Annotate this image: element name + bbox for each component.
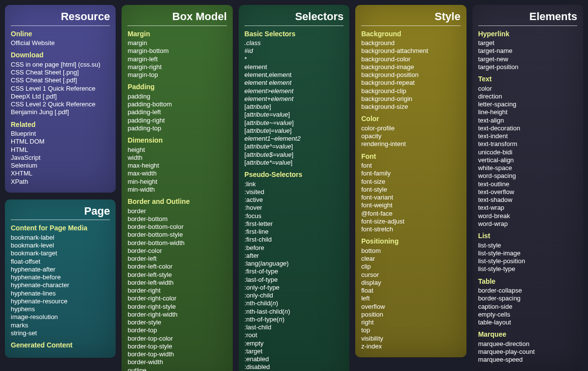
list-item[interactable]: background-repeat <box>361 79 460 87</box>
list-item[interactable]: text-wrap <box>478 204 577 212</box>
list-item[interactable]: border-top-width <box>127 350 226 358</box>
list-item[interactable]: [attribute=value] <box>245 111 343 119</box>
list-item[interactable]: background-color <box>361 55 460 63</box>
list-item[interactable]: empty-cells <box>478 311 577 319</box>
list-item[interactable]: Selenium <box>11 162 110 170</box>
list-item[interactable]: element+element <box>245 95 343 103</box>
list-item[interactable]: :last-of-type <box>245 276 343 284</box>
list-item[interactable]: hyphenate-before <box>11 273 110 281</box>
list-item[interactable]: border-bottom-style <box>127 231 226 239</box>
list-item[interactable]: :enabled <box>245 355 343 363</box>
list-item[interactable]: target-name <box>478 47 577 55</box>
list-item[interactable]: hyphenate-after <box>11 266 110 273</box>
list-item[interactable]: list-style-position <box>478 257 577 265</box>
list-item[interactable]: border-collapse <box>478 287 577 295</box>
list-item[interactable]: min-height <box>127 178 226 186</box>
list-item[interactable]: background-image <box>361 63 460 71</box>
list-item[interactable]: target-new <box>478 55 577 63</box>
list-item[interactable]: background-attachment <box>361 47 460 55</box>
list-item[interactable]: CSS Level 2 Quick Reference Benjamin Jun… <box>11 100 110 117</box>
list-item[interactable]: element <box>245 63 343 71</box>
list-item[interactable]: border-top-style <box>127 343 226 350</box>
list-item[interactable]: border-right-style <box>127 303 226 311</box>
list-item[interactable]: clip <box>361 263 460 271</box>
list-item[interactable]: border-style <box>127 319 226 326</box>
list-item[interactable]: vertical-align <box>478 156 577 164</box>
list-item[interactable]: border-left-color <box>127 263 226 271</box>
list-item[interactable]: border-left <box>127 255 226 263</box>
list-item[interactable]: background-size <box>361 103 460 111</box>
list-item[interactable]: element element <box>245 79 343 87</box>
list-item[interactable]: position <box>361 311 460 319</box>
list-item[interactable]: :first-of-type <box>245 268 343 275</box>
list-item[interactable]: font-style <box>361 186 460 194</box>
list-item[interactable]: background-clip <box>361 87 460 95</box>
list-item[interactable]: color-profile <box>361 124 460 132</box>
list-item[interactable]: clear <box>361 255 460 263</box>
list-item[interactable]: :empty <box>245 340 343 347</box>
list-item[interactable]: :active <box>245 196 343 204</box>
list-item[interactable]: float <box>361 287 460 295</box>
list-item[interactable]: * <box>245 55 343 63</box>
list-item[interactable]: marquee-speed <box>478 356 577 364</box>
list-item[interactable]: :disabled <box>245 363 343 371</box>
list-item[interactable]: padding-top <box>127 124 226 132</box>
list-item[interactable]: top <box>361 326 460 334</box>
list-item[interactable]: [attribute$=value] <box>245 151 343 159</box>
list-item[interactable]: :nth-last-child(n) <box>245 308 343 316</box>
list-item[interactable]: margin <box>127 39 226 47</box>
list-item[interactable]: CSS Level 1 Quick Reference DeepX Ltd [.… <box>11 85 110 101</box>
list-item[interactable]: Official Website <box>11 39 110 47</box>
list-item[interactable]: bookmark-target <box>11 249 110 257</box>
list-item[interactable]: marks <box>11 322 110 329</box>
list-item[interactable]: border-right-width <box>127 311 226 319</box>
list-item[interactable]: HTML <box>11 146 110 154</box>
list-item[interactable]: :first-child <box>245 236 343 244</box>
list-item[interactable]: border-top-color <box>127 335 226 343</box>
list-item[interactable]: left <box>361 295 460 302</box>
list-item[interactable]: font-weight <box>361 201 460 209</box>
list-item[interactable]: z-index <box>361 343 460 350</box>
list-item[interactable]: hyphenate-lines <box>11 290 110 297</box>
list-item[interactable]: .class <box>245 39 343 47</box>
list-item[interactable]: max-height <box>127 162 226 170</box>
list-item[interactable]: background <box>361 39 460 47</box>
list-item[interactable]: Blueprint <box>11 130 110 138</box>
list-item[interactable]: text-align <box>478 117 577 124</box>
list-item[interactable]: margin-left <box>127 55 226 63</box>
list-item[interactable]: CSS Cheat Sheet [.pdf] <box>11 76 110 84</box>
list-item[interactable]: marquee-play-count <box>478 348 577 356</box>
list-item[interactable]: unicode-bidi <box>478 148 577 156</box>
list-item[interactable]: target-position <box>478 63 577 71</box>
list-item[interactable]: opacity <box>361 132 460 140</box>
list-item[interactable]: element>element <box>245 87 343 95</box>
list-item[interactable]: [attribute] <box>245 103 343 111</box>
list-item[interactable]: bookmark-label <box>11 234 110 242</box>
list-item[interactable]: list-style <box>478 242 577 249</box>
list-item[interactable]: border-bottom-color <box>127 223 226 231</box>
list-item[interactable]: background-position <box>361 71 460 79</box>
list-item[interactable]: min-width <box>127 186 226 194</box>
list-item[interactable]: font-variant <box>361 194 460 201</box>
list-item[interactable]: line-height <box>478 108 577 116</box>
list-item[interactable]: cursor <box>361 271 460 279</box>
list-item[interactable]: text-transform <box>478 140 577 148</box>
list-item[interactable]: word-spacing <box>478 172 577 180</box>
list-item[interactable]: :root <box>245 331 343 339</box>
list-item[interactable]: :lang(language) <box>245 260 343 268</box>
list-item[interactable]: [attribute*=value] <box>245 159 343 167</box>
list-item[interactable]: display <box>361 279 460 287</box>
list-item[interactable]: :target <box>245 347 343 355</box>
list-item[interactable]: margin-top <box>127 71 226 79</box>
list-item[interactable]: element,element <box>245 71 343 79</box>
list-item[interactable]: border-color <box>127 247 226 255</box>
list-item[interactable]: padding-bottom <box>127 100 226 108</box>
list-item[interactable]: max-width <box>127 170 226 177</box>
list-item[interactable]: text-outline <box>478 180 577 188</box>
list-item[interactable]: table-layout <box>478 319 577 326</box>
list-item[interactable]: text-indent <box>478 132 577 140</box>
list-item[interactable]: width <box>127 154 226 162</box>
list-item[interactable]: padding-left <box>127 108 226 116</box>
list-item[interactable]: XHTML <box>11 170 110 177</box>
list-item[interactable]: border-right <box>127 287 226 295</box>
